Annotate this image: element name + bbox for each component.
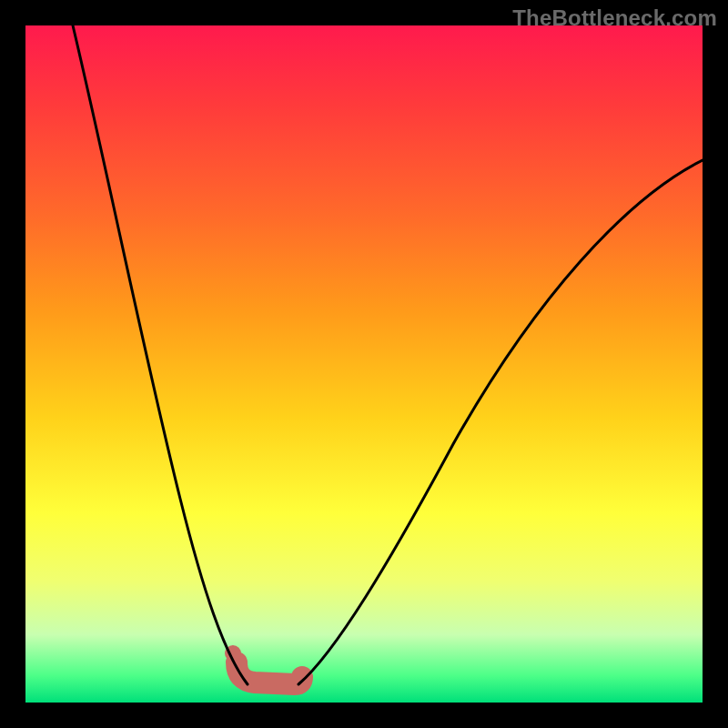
- plot-area: [25, 25, 703, 703]
- watermark-text: TheBottleneck.com: [512, 5, 717, 31]
- chart-frame: TheBottleneck.com: [0, 0, 728, 728]
- curve-left-branch: [73, 25, 248, 684]
- curve-layer: [25, 25, 703, 703]
- curve-right-branch: [298, 160, 703, 684]
